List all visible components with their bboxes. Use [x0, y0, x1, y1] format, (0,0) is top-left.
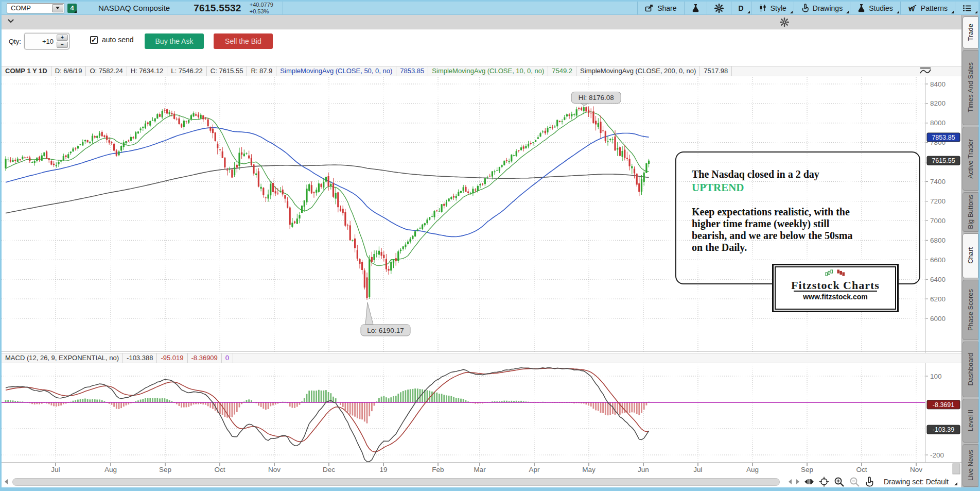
pan-right-icon[interactable]: [796, 479, 799, 484]
sidebar-tab-level-ii[interactable]: Level II: [962, 399, 978, 442]
svg-text:19: 19: [379, 466, 387, 473]
logo-title: Fitzstock Charts: [776, 279, 895, 292]
qty-decrement-button[interactable]: −: [57, 42, 68, 48]
sidebar-tab-label: Active Trader: [967, 139, 974, 179]
chart-panel: COMP 1 Y 1DD: 6/6/19O: 7582.24H: 7634.12…: [2, 65, 961, 488]
share-button[interactable]: Share: [637, 2, 684, 14]
style-button[interactable]: Style: [751, 2, 794, 14]
svg-text:7615.55: 7615.55: [932, 157, 955, 164]
svg-text:Oct: Oct: [856, 466, 867, 473]
chevron-down-icon[interactable]: [8, 19, 14, 23]
sidebar-tab-big-buttons[interactable]: Big Buttons: [962, 192, 978, 232]
logo-candles-icon: [824, 269, 847, 277]
sidebar-tab-active-trader[interactable]: Active Trader: [962, 127, 978, 191]
symbol-select[interactable]: COMP: [7, 3, 64, 13]
svg-text:6000: 6000: [930, 315, 946, 323]
chart-bottom-toolbar: Drawing set: Default: [2, 476, 961, 488]
linked-group-badge[interactable]: 4: [67, 4, 77, 13]
svg-text:6200: 6200: [930, 295, 946, 303]
svg-text:May: May: [582, 466, 596, 473]
corner-triangle-icon: [846, 11, 849, 13]
svg-text:-103.39: -103.39: [933, 426, 954, 433]
svg-text:7000: 7000: [930, 217, 946, 225]
symbol-value: COMP: [11, 4, 31, 12]
svg-text:Jul: Jul: [51, 466, 60, 473]
list-menu-icon: [962, 4, 971, 12]
macd-header-cell: -103.388: [123, 353, 157, 363]
svg-text:8400: 8400: [930, 80, 946, 88]
svg-text:Apr: Apr: [529, 466, 540, 473]
instrument-name: NASDAQ Composite: [98, 4, 170, 12]
chart-style-icon: [759, 4, 767, 12]
corner-triangle-icon: [975, 11, 977, 13]
symbol-dropdown-button[interactable]: [52, 4, 63, 12]
studies-button[interactable]: Studies: [850, 2, 900, 14]
last-price: 7615.5532: [194, 3, 241, 14]
svg-text:7400: 7400: [930, 178, 946, 185]
sidebar-tab-label: Times And Sales: [967, 62, 974, 112]
svg-text:Aug: Aug: [104, 466, 117, 473]
svg-text:8200: 8200: [930, 99, 946, 107]
qty-value: +10: [42, 38, 54, 45]
price-change: +40.0779+0.53%: [250, 2, 273, 14]
drawings-button[interactable]: Drawings: [794, 2, 850, 14]
auto-send-checkbox[interactable]: ✓: [90, 36, 98, 44]
sell-the-bid-button[interactable]: Sell the Bid: [214, 33, 273, 49]
qty-increment-button[interactable]: +: [57, 35, 68, 41]
svg-text:6400: 6400: [930, 276, 946, 283]
macd-study-header: MACD (12, 26, 9, EXPONENTIAL, no)-103.38…: [2, 353, 961, 363]
svg-text:Hi: 8176.08: Hi: 8176.08: [579, 94, 614, 101]
quantity-stepper[interactable]: +10 + −: [24, 33, 69, 49]
header-cell: 7549.2: [548, 66, 576, 76]
hand-pan-icon[interactable]: [865, 477, 874, 487]
logo-url: www.fitzstock.com: [776, 293, 895, 301]
fit-bars-icon[interactable]: [804, 478, 814, 486]
sidebar-tab-dashboard[interactable]: Dashboard: [962, 342, 978, 397]
header-cell: 7853.85: [396, 66, 428, 76]
svg-text:Oct: Oct: [214, 466, 225, 473]
sidebar-tab-chart[interactable]: Chart: [962, 233, 978, 278]
auto-send-label: auto send: [102, 36, 134, 44]
share-icon: [645, 4, 654, 12]
corner-triangle-icon: [747, 11, 750, 13]
corner-triangle-icon: [954, 482, 957, 485]
drawing-set-selector[interactable]: Drawing set: Default: [884, 478, 949, 486]
horizontal-scrollbar[interactable]: [12, 478, 780, 486]
sidebar-tab-label: Trade: [967, 24, 974, 41]
toolbar-separator: [283, 2, 283, 14]
scroll-left-arrow-icon[interactable]: [5, 479, 8, 484]
gear-icon: [714, 4, 724, 13]
patterns-button[interactable]: W Patterns: [900, 2, 955, 14]
chart-type-icon[interactable]: [919, 66, 933, 75]
sidebar-tab-live-news[interactable]: Live News: [962, 444, 978, 487]
dropdown-arrow-icon: [56, 7, 60, 9]
chart-menu-button[interactable]: [955, 2, 978, 14]
macd-header-cell: MACD (12, 26, 9, EXPONENTIAL, no): [2, 353, 123, 363]
svg-text:6600: 6600: [930, 256, 946, 264]
svg-text:Jun: Jun: [638, 466, 649, 473]
pan-left-icon[interactable]: [789, 479, 792, 484]
gear-icon[interactable]: [780, 18, 789, 27]
crosshair-cursor-icon[interactable]: [819, 477, 829, 487]
svg-text:-8.3691: -8.3691: [933, 401, 954, 409]
svg-text:Mar: Mar: [474, 466, 486, 473]
corner-triangle-icon: [74, 10, 77, 13]
buy-the-ask-button[interactable]: Buy the Ask: [145, 33, 204, 49]
timeframe-button[interactable]: D: [731, 2, 751, 14]
annotation-paragraph: Keep expectations realistic, with the hi…: [692, 206, 919, 253]
svg-text:Sep: Sep: [801, 466, 813, 473]
svg-text:7200: 7200: [930, 197, 946, 205]
sidebar-tab-trade[interactable]: Trade: [962, 16, 978, 48]
onDemand-button[interactable]: [684, 2, 707, 14]
top-toolbar: COMP 4 NASDAQ Composite 7615.5532 +40.07…: [2, 2, 978, 15]
chart-toolbar-buttons: Share D: [637, 2, 978, 14]
header-cell: COMP 1 Y 1D: [2, 66, 51, 76]
zoom-out-icon[interactable]: [849, 477, 860, 487]
sidebar-tab-times-and-sales[interactable]: Times And Sales: [962, 50, 978, 125]
settings-button[interactable]: [707, 2, 731, 14]
header-cell: R: 87.9: [247, 66, 276, 76]
zoom-in-icon[interactable]: [834, 477, 845, 487]
qty-label: Qty:: [9, 38, 21, 45]
svg-text:Aug: Aug: [746, 466, 759, 473]
sidebar-tab-phase-scores[interactable]: Phase Scores: [962, 280, 978, 340]
